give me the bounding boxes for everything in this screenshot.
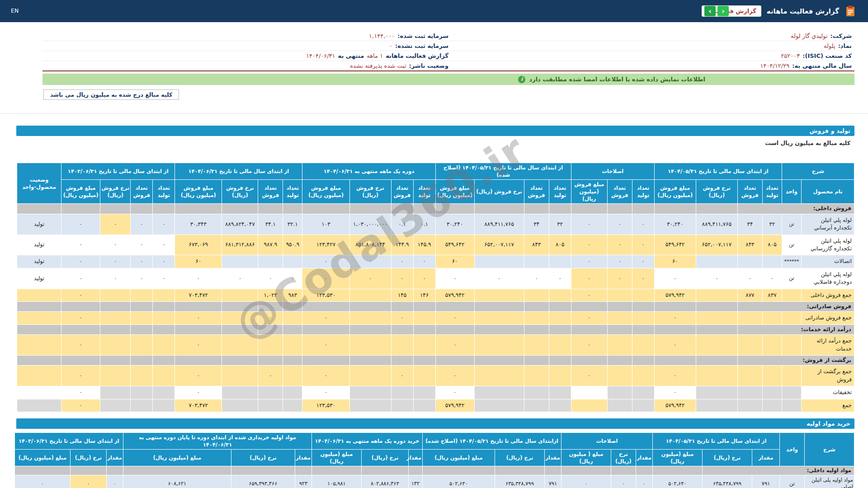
section-cell bbox=[258, 355, 283, 365]
status-cell bbox=[17, 366, 61, 386]
section-cell bbox=[61, 355, 100, 365]
report-period-label: گزارش فعالیت ماهانه bbox=[386, 52, 448, 59]
value-cell: ۸۸۹,۸۲۴,۰۴۷ bbox=[222, 214, 258, 235]
company-value: توليدي گاز لوله bbox=[791, 33, 828, 39]
column-subheader: تعداد تولید bbox=[762, 180, 782, 204]
info-company: شرکت: توليدي گاز لوله bbox=[448, 33, 852, 39]
section-cell bbox=[349, 324, 391, 334]
value-cell: ۰ bbox=[131, 255, 153, 268]
isic-value: ۲۵۲۰۰۳ bbox=[781, 52, 800, 59]
column-group-header: واحد bbox=[780, 432, 805, 466]
value-cell: ۰ bbox=[153, 268, 175, 289]
value-cell bbox=[474, 366, 524, 386]
value-cell bbox=[524, 289, 549, 301]
section-cell bbox=[571, 355, 607, 365]
value-cell: ۷۰۳,۴۷۲ bbox=[175, 399, 222, 412]
column-group-header: دوره یک ماهه منتهی به ۱۴۰۴/۰۶/۳۱ bbox=[302, 163, 435, 180]
previous-report-button[interactable]: ‹ bbox=[704, 6, 716, 16]
section-cell bbox=[302, 301, 349, 311]
value-cell: ۰ bbox=[131, 235, 153, 255]
value-cell bbox=[349, 399, 391, 412]
value-cell: ۰ bbox=[302, 312, 349, 324]
publisher-status-label: وضعیت ناشر: bbox=[409, 62, 448, 69]
value-cell bbox=[391, 399, 413, 412]
value-cell bbox=[737, 399, 762, 412]
value-cell: ۷۰۳,۴۷۲ bbox=[175, 289, 222, 301]
value-cell bbox=[222, 255, 258, 268]
unit-cell bbox=[782, 399, 801, 412]
value-cell bbox=[131, 386, 153, 399]
section-cell bbox=[222, 355, 258, 365]
value-cell: ۰ bbox=[175, 268, 222, 289]
section-cell bbox=[474, 301, 524, 311]
column-subheader: مقدار bbox=[408, 450, 422, 466]
section-cell bbox=[549, 204, 571, 214]
column-subheader: نرخ (ریال) bbox=[495, 450, 544, 466]
section-cell bbox=[175, 204, 222, 214]
column-subheader: نرخ فروش (ریال) bbox=[222, 180, 258, 204]
value-cell: ۰ bbox=[571, 235, 607, 255]
section-cell bbox=[524, 355, 549, 365]
status-cell bbox=[17, 312, 61, 324]
value-cell: ۰ bbox=[696, 268, 737, 289]
value-cell bbox=[549, 386, 571, 399]
section-cell bbox=[413, 204, 435, 214]
value-cell bbox=[549, 289, 571, 301]
isic-label: کد صنعت (ISIC): bbox=[802, 52, 852, 59]
row-label-cell: مواد اولیه پلی اتیلن اصلي bbox=[805, 475, 854, 488]
value-cell bbox=[474, 312, 524, 324]
column-subheader: مقدار bbox=[106, 450, 123, 466]
value-cell: ۹۸۳ bbox=[283, 289, 302, 301]
section-cell bbox=[636, 466, 652, 475]
section-label: فروش صادراتی: bbox=[737, 301, 854, 311]
column-subheader: مبلغ فروش (میلیون ریال) bbox=[435, 180, 474, 204]
value-cell: ۱۴۴.۹ bbox=[391, 235, 413, 255]
value-cell: ۸۳۷ bbox=[762, 289, 782, 301]
raw-materials-table: شرحواحداز ابتدای سال مالی تا تاریخ ۱۴۰۴/… bbox=[14, 432, 854, 488]
section-cell bbox=[654, 204, 696, 214]
column-subheader: تعداد فروش bbox=[258, 180, 283, 204]
section-cell bbox=[571, 324, 607, 334]
report-period-value: ۱ ماهه bbox=[367, 52, 383, 59]
value-cell bbox=[549, 255, 571, 268]
value-cell: ۰ bbox=[258, 366, 283, 386]
section-cell bbox=[607, 355, 632, 365]
section-cell bbox=[495, 466, 544, 475]
column-group-header: ازابتدای سال مالی تا تاریخ ۱۴۰۴/۰۵/۳۱ (ا… bbox=[422, 432, 561, 449]
value-cell: ۵۷۹,۹۴۲ bbox=[654, 399, 696, 412]
section-cell bbox=[349, 204, 391, 214]
value-cell: ۰ bbox=[258, 312, 283, 324]
value-cell bbox=[222, 386, 258, 399]
value-cell: ۰.۱ bbox=[413, 214, 435, 235]
value-cell bbox=[153, 335, 175, 356]
row-label-cell: جمع فروش داخلی bbox=[801, 289, 854, 301]
value-cell bbox=[153, 386, 175, 399]
section-cell bbox=[607, 204, 632, 214]
value-cell: ۰ bbox=[571, 268, 607, 289]
value-cell: ۱۰۳ bbox=[302, 214, 349, 235]
value-cell bbox=[607, 289, 632, 301]
value-cell: ۱۴۵.۹ bbox=[413, 235, 435, 255]
language-switch-en[interactable]: EN bbox=[11, 7, 19, 14]
table-row: جمع۵۷۹,۹۴۲۵۷۹,۹۴۲۱۲۳,۵۳۰۷۰۳,۴۷۲۰ bbox=[17, 399, 854, 412]
section-cell bbox=[435, 204, 474, 214]
section-cell bbox=[100, 204, 131, 214]
info-row-symbol: نماد: پلوله سرمایه ثبت نشده: ۰ bbox=[42, 41, 854, 51]
value-cell: ۰ bbox=[61, 255, 100, 268]
next-report-button[interactable]: › bbox=[717, 6, 729, 16]
section-cell bbox=[549, 301, 571, 311]
registered-capital-value: ۱,۱۴۴,۰۰۰ bbox=[369, 33, 395, 39]
value-cell bbox=[100, 289, 131, 301]
section-cell bbox=[544, 466, 561, 475]
value-cell bbox=[100, 335, 131, 356]
value-cell: ۶۵۲,۰۰۷,۱۱۷ bbox=[474, 235, 524, 255]
symbol-value: پلوله bbox=[824, 42, 835, 49]
value-cell: ۰ bbox=[258, 268, 283, 289]
section-cell bbox=[652, 466, 702, 475]
section-cell bbox=[61, 324, 100, 334]
section-cell bbox=[17, 355, 61, 365]
value-cell: ۰ bbox=[100, 235, 131, 255]
section-cell bbox=[222, 204, 258, 214]
value-cell: ۰ bbox=[100, 268, 131, 289]
value-cell: ۰ bbox=[549, 268, 571, 289]
